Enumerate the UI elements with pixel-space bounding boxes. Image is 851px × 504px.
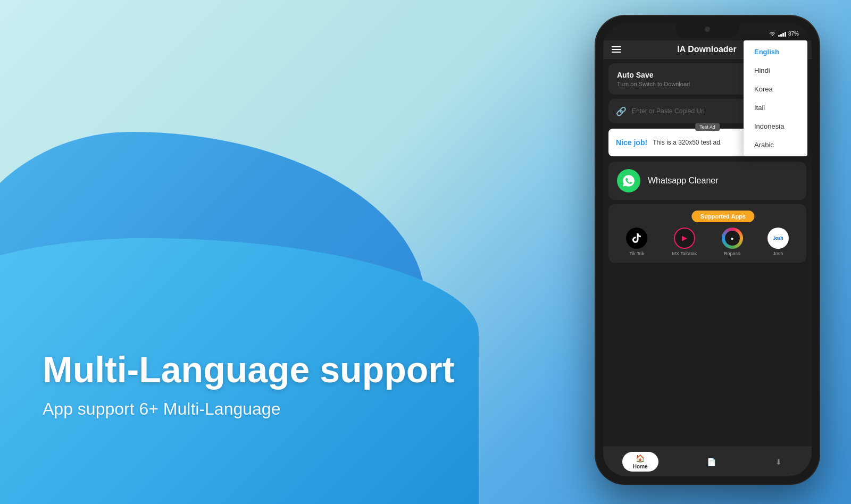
app-item-roposo: ● Roposo: [722, 228, 743, 256]
lang-option-korea[interactable]: Korea: [744, 80, 807, 98]
whatsapp-icon: [617, 169, 640, 192]
phone-screen: 87% IA Downloader English Hindi Korea It…: [603, 23, 812, 476]
ad-label: Test Ad: [695, 123, 720, 131]
roposo-inner: ●: [725, 231, 740, 246]
lang-option-itali[interactable]: Itali: [744, 98, 807, 117]
language-dropdown[interactable]: English Hindi Korea Itali Indonesia Arab…: [744, 40, 807, 156]
nav-home-label: Home: [633, 464, 648, 469]
download-icon: ⬇: [775, 458, 782, 466]
mx-label: MX Takatak: [672, 251, 697, 256]
status-icons: 87%: [769, 30, 799, 37]
phone-container: 87% IA Downloader English Hindi Korea It…: [596, 16, 819, 484]
left-content: Multi-Language support App support 6+ Mu…: [43, 350, 454, 419]
app-header-title: IA Downloader: [677, 45, 736, 54]
app-item-josh: Josh Josh: [767, 228, 789, 256]
whatsapp-cleaner-card[interactable]: Whatsapp Cleaner: [608, 162, 806, 200]
app-header: IA Downloader English Hindi Korea Itali …: [603, 40, 812, 59]
nav-files[interactable]: 📄: [696, 456, 727, 468]
battery-indicator: 87%: [788, 31, 799, 37]
roposo-icon-circle: ●: [722, 228, 743, 249]
files-icon: 📄: [707, 458, 716, 466]
app-item-mx: ▶ MX Takatak: [672, 228, 697, 256]
signal-icon: [778, 30, 786, 37]
main-title: Multi-Language support: [43, 350, 454, 390]
home-icon: 🏠: [636, 454, 645, 463]
apps-grid: Tik Tok ▶ MX Takatak: [614, 228, 801, 256]
josh-label: Josh: [773, 251, 783, 256]
supported-apps-section: Supported Apps Tik Tok: [608, 204, 806, 263]
phone-outer: 87% IA Downloader English Hindi Korea It…: [596, 16, 819, 484]
roposo-label: Roposo: [724, 251, 740, 256]
nav-download[interactable]: ⬇: [765, 456, 792, 468]
hamburger-line3: [612, 52, 621, 53]
lang-option-indonesia[interactable]: Indonesia: [744, 117, 807, 136]
roposo-text: ●: [731, 236, 734, 241]
sub-title: App support 6+ Multi-Language: [43, 399, 454, 419]
whatsapp-cleaner-label: Whatsapp Cleaner: [648, 176, 719, 186]
tiktok-label: Tik Tok: [629, 251, 644, 256]
whatsapp-svg: [622, 174, 636, 188]
lang-option-hindi[interactable]: Hindi: [744, 61, 807, 80]
ad-nice-text: Nice job!: [616, 138, 647, 147]
phone-camera: [705, 27, 710, 32]
mx-icon-circle: ▶: [674, 228, 695, 249]
hamburger-line2: [612, 49, 621, 50]
nav-home[interactable]: 🏠 Home: [622, 452, 658, 472]
hamburger-line1: [612, 46, 621, 47]
josh-icon-circle: Josh: [767, 228, 789, 249]
josh-text: Josh: [773, 236, 783, 241]
supported-apps-badge: Supported Apps: [692, 211, 754, 222]
tiktok-icon-circle: [626, 228, 647, 249]
app-item-tiktok: Tik Tok: [626, 228, 647, 256]
hamburger-menu[interactable]: [612, 46, 621, 53]
mx-icon-text: ▶: [682, 234, 687, 242]
link-icon: 🔗: [616, 106, 627, 116]
tiktok-svg: [631, 232, 643, 244]
lang-option-english[interactable]: English: [744, 43, 807, 61]
bottom-nav: 🏠 Home 📄 ⬇: [603, 447, 812, 476]
lang-option-arabic[interactable]: Arabic: [744, 136, 807, 154]
wifi-icon: [769, 31, 776, 36]
